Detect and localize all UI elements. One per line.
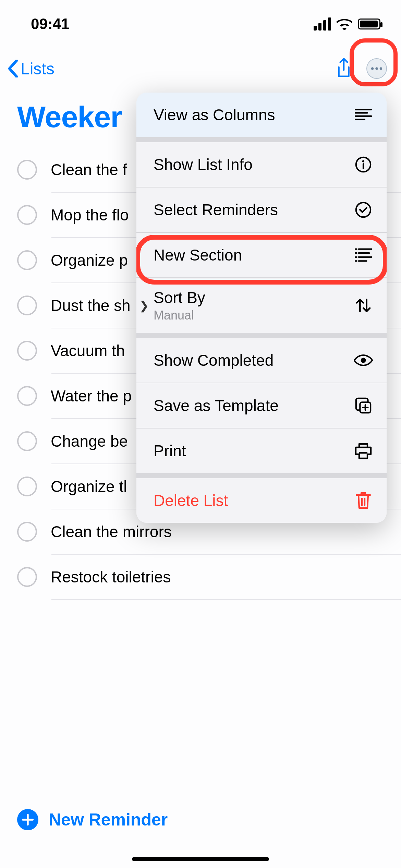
- columns-icon: [354, 105, 373, 124]
- new-reminder-button[interactable]: New Reminder: [17, 809, 168, 830]
- nav-bar: Lists: [0, 55, 401, 82]
- reminder-label: Dust the sh: [51, 296, 131, 315]
- reminder-label: Vacuum th: [51, 341, 125, 360]
- menu-show-list-info[interactable]: Show List Info: [136, 142, 387, 187]
- plus-circle-icon: [17, 809, 38, 830]
- back-label: Lists: [21, 59, 54, 78]
- context-menu: View as Columns Show List Info Select Re…: [136, 93, 387, 523]
- reminder-label: Change be: [51, 432, 128, 450]
- complete-circle-icon[interactable]: [17, 160, 37, 180]
- reminder-row[interactable]: Restock toiletries: [0, 555, 401, 599]
- menu-label: Show List Info: [154, 155, 253, 174]
- menu-label: Delete List: [154, 491, 228, 510]
- status-indicators: [314, 17, 380, 31]
- trash-icon: [354, 491, 373, 510]
- menu-subtitle: Manual: [154, 308, 205, 323]
- menu-save-as-template[interactable]: Save as Template: [136, 383, 387, 428]
- eye-icon: [354, 351, 373, 370]
- menu-sort-by[interactable]: ❯ Sort By Manual: [136, 278, 387, 333]
- reminder-label: Organize tl: [51, 477, 127, 496]
- menu-new-section[interactable]: New Section: [136, 233, 387, 277]
- template-icon: [354, 396, 373, 415]
- checkmark-circle-icon: [354, 200, 373, 219]
- sort-arrows-icon: [354, 296, 373, 315]
- svg-point-5: [362, 160, 364, 162]
- reminder-label: Clean the mirrors: [51, 522, 172, 541]
- annotation-highlight-more: [350, 38, 398, 86]
- home-indicator[interactable]: [132, 857, 269, 861]
- complete-circle-icon[interactable]: [17, 431, 37, 451]
- battery-icon: [358, 19, 380, 29]
- complete-circle-icon[interactable]: [17, 522, 37, 542]
- status-time: 09:41: [31, 15, 70, 33]
- wifi-icon: [337, 18, 352, 30]
- back-button[interactable]: Lists: [7, 59, 54, 78]
- menu-label: Select Reminders: [154, 201, 278, 219]
- reminder-label: Clean the f: [51, 160, 127, 179]
- complete-circle-icon[interactable]: [17, 386, 37, 406]
- menu-view-as-columns[interactable]: View as Columns: [136, 93, 387, 137]
- menu-label: New Section: [154, 246, 242, 264]
- section-icon: [354, 245, 373, 265]
- svg-point-6: [356, 203, 370, 217]
- chevron-right-icon: ❯: [139, 299, 149, 312]
- complete-circle-icon[interactable]: [17, 296, 37, 315]
- info-icon: [354, 155, 373, 174]
- complete-circle-icon[interactable]: [17, 205, 37, 225]
- menu-label: Sort By: [154, 288, 205, 307]
- print-icon: [354, 441, 373, 460]
- svg-point-7: [361, 358, 366, 363]
- chevron-left-icon: [7, 60, 19, 77]
- reminder-label: Organize p: [51, 251, 128, 269]
- reminder-label: Water the p: [51, 387, 132, 405]
- complete-circle-icon[interactable]: [17, 567, 37, 587]
- menu-delete-list[interactable]: Delete List: [136, 478, 387, 523]
- menu-label: View as Columns: [154, 106, 275, 124]
- reminder-label: Restock toiletries: [51, 568, 171, 586]
- menu-print[interactable]: Print: [136, 429, 387, 473]
- menu-show-completed[interactable]: Show Completed: [136, 338, 387, 383]
- menu-label: Show Completed: [154, 351, 274, 370]
- menu-label: Save as Template: [154, 396, 279, 415]
- cellular-signal-icon: [314, 17, 331, 31]
- reminder-label: Mop the flo: [51, 206, 129, 224]
- complete-circle-icon[interactable]: [17, 250, 37, 270]
- menu-select-reminders[interactable]: Select Reminders: [136, 188, 387, 232]
- complete-circle-icon[interactable]: [17, 341, 37, 361]
- list-title: Weeker: [17, 99, 122, 134]
- status-bar: 09:41: [0, 14, 401, 34]
- menu-label: Print: [154, 442, 186, 460]
- complete-circle-icon[interactable]: [17, 477, 37, 496]
- new-reminder-label: New Reminder: [49, 810, 168, 830]
